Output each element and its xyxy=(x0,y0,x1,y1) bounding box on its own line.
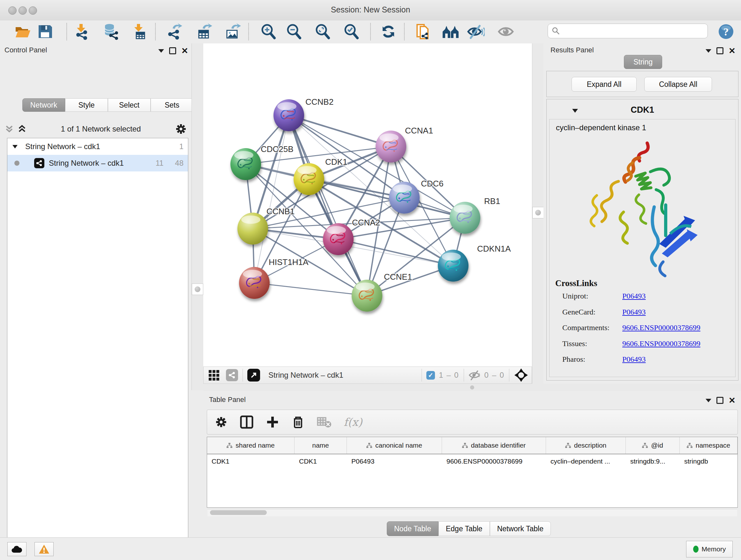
tab-select[interactable]: Select xyxy=(108,98,151,112)
table-cell[interactable]: CDK1 xyxy=(207,454,294,469)
export-image-icon[interactable] xyxy=(223,22,242,41)
table-gear-icon[interactable] xyxy=(215,416,227,428)
network-view-canvas[interactable]: CCNB2CCNA1CDC25BCDK1CDC6RB1CCNB1CCNA2CDK… xyxy=(203,44,532,367)
left-splitter-handle[interactable] xyxy=(192,284,203,295)
network-edge[interactable] xyxy=(338,239,453,266)
toolbar-separator xyxy=(370,23,371,40)
panel-menu-icon[interactable] xyxy=(705,399,711,402)
export-network-icon[interactable] xyxy=(165,22,183,41)
open-session-icon[interactable] xyxy=(13,22,32,41)
import-network-file-icon[interactable] xyxy=(73,22,91,41)
birdseye-icon[interactable] xyxy=(208,369,221,381)
table-cell[interactable]: cyclin–dependent ... xyxy=(546,454,626,469)
panel-float-icon[interactable] xyxy=(717,397,724,404)
zoom-selected-icon[interactable] xyxy=(342,22,360,41)
network-node-rb1[interactable]: RB1 xyxy=(450,196,500,234)
table-row[interactable]: CDK1CDK1P064939606.ENSP00000378699cyclin… xyxy=(207,454,738,469)
crosslink-value-link[interactable]: P06493 xyxy=(622,308,646,316)
detach-view-icon[interactable] xyxy=(247,369,260,381)
network-edge[interactable] xyxy=(289,115,367,296)
zoom-out-icon[interactable] xyxy=(285,22,303,41)
network-node-ccna1[interactable]: CCNA1 xyxy=(376,126,433,163)
scrollbar-thumb[interactable] xyxy=(210,510,267,515)
panel-menu-icon[interactable] xyxy=(158,49,164,53)
column-header--id[interactable]: @id xyxy=(626,437,680,454)
table-cell[interactable]: P06493 xyxy=(347,454,442,469)
panel-close-icon[interactable]: ✕ xyxy=(729,398,736,403)
selected-checkbox-icon[interactable]: ✓ xyxy=(426,371,435,380)
network-node-ccnb1[interactable]: CCNB1 xyxy=(238,206,294,245)
zoom-in-icon[interactable] xyxy=(259,22,278,41)
hide-selected-icon[interactable] xyxy=(467,22,485,41)
network-node-cdkn1a[interactable]: CDKN1A xyxy=(438,244,511,282)
tab-sets[interactable]: Sets xyxy=(151,98,193,112)
crosshair-icon[interactable] xyxy=(514,368,529,382)
first-neighbors-icon[interactable] xyxy=(442,22,460,41)
network-collection-row[interactable]: String Network – cdk1 1 xyxy=(7,138,188,155)
import-network-database-icon[interactable] xyxy=(102,22,120,41)
control-panel-tabs: NetworkStyleSelectSets xyxy=(22,98,193,112)
clone-network-icon[interactable] xyxy=(414,22,432,41)
table-cell[interactable]: CDK1 xyxy=(294,454,347,469)
network-row[interactable]: String Network – cdk1 11 48 xyxy=(7,155,188,172)
right-splitter-handle[interactable] xyxy=(532,207,544,219)
tab-network[interactable]: Network xyxy=(22,98,65,112)
panel-float-icon[interactable] xyxy=(717,47,724,54)
network-node-ccne1[interactable]: CCNE1 xyxy=(352,272,412,312)
results-buttons-box: Expand All Collapse All xyxy=(546,71,738,97)
column-header-name[interactable]: name xyxy=(294,437,347,454)
gear-icon[interactable] xyxy=(175,123,187,135)
column-header-database-identifier[interactable]: database identifier xyxy=(442,437,546,454)
import-table-file-icon[interactable] xyxy=(130,22,149,41)
column-header-shared-name[interactable]: shared name xyxy=(207,437,294,454)
table-cell[interactable]: stringdb xyxy=(680,454,738,469)
panel-close-icon[interactable]: ✕ xyxy=(729,48,736,53)
refresh-icon[interactable] xyxy=(379,22,398,41)
horizontal-splitter[interactable] xyxy=(203,384,741,391)
tab-edge-table[interactable]: Edge Table xyxy=(439,521,490,536)
collapse-all-tree-icon[interactable] xyxy=(17,124,27,134)
memory-button[interactable]: Memory xyxy=(686,541,733,557)
network-node-cdk1[interactable]: CDK1 xyxy=(293,157,347,195)
tab-style[interactable]: Style xyxy=(65,98,108,112)
search-input[interactable] xyxy=(560,26,698,36)
hidden-eye-icon xyxy=(468,370,481,381)
export-table-icon[interactable] xyxy=(195,22,213,41)
collection-count: 1 xyxy=(179,142,184,151)
crosslink-value-link[interactable]: P06493 xyxy=(622,355,646,364)
crosslink-value-link[interactable]: P06493 xyxy=(622,292,646,300)
network-edge[interactable] xyxy=(254,283,367,296)
column-header-canonical-name[interactable]: canonical name xyxy=(347,437,442,454)
table-cell[interactable]: 9606.ENSP00000378699 xyxy=(442,454,546,469)
results-tab-string[interactable]: String xyxy=(624,55,662,69)
column-header-description[interactable]: description xyxy=(546,437,626,454)
network-node-hist1h1a[interactable]: HIST1H1A xyxy=(239,257,309,299)
network-edge[interactable] xyxy=(289,115,391,146)
collapse-all-button[interactable]: Collapse All xyxy=(644,77,712,91)
left-splitter[interactable] xyxy=(192,44,204,390)
right-splitter[interactable] xyxy=(532,44,544,390)
column-header-namespace[interactable]: namespace xyxy=(680,437,738,454)
cloud-button[interactable] xyxy=(7,542,26,556)
crosslink-value-link[interactable]: 9606.ENSP00000378699 xyxy=(622,323,700,332)
table-cell[interactable]: stringdb:9... xyxy=(626,454,680,469)
help-icon[interactable]: ? xyxy=(717,22,735,41)
zoom-fit-icon[interactable] xyxy=(313,22,332,41)
table-horizontal-scrollbar[interactable] xyxy=(207,509,737,516)
select-columns-icon[interactable] xyxy=(240,415,254,429)
warning-button[interactable] xyxy=(35,542,54,556)
save-session-icon[interactable] xyxy=(36,22,54,41)
panel-float-icon[interactable] xyxy=(169,47,176,54)
expand-all-tree-icon[interactable] xyxy=(4,124,14,134)
tab-node-table[interactable]: Node Table xyxy=(387,521,439,536)
search-icon xyxy=(552,27,560,35)
tree-expanded-icon[interactable] xyxy=(12,143,18,150)
panel-menu-icon[interactable] xyxy=(705,49,711,53)
string-panel-icon[interactable] xyxy=(226,369,238,381)
tab-network-table[interactable]: Network Table xyxy=(490,521,551,536)
panel-close-icon[interactable]: ✕ xyxy=(181,48,188,53)
add-column-icon[interactable] xyxy=(266,415,279,429)
crosslink-value-link[interactable]: 9606.ENSP00000378699 xyxy=(622,339,700,348)
delete-column-icon[interactable] xyxy=(291,415,305,429)
expand-all-button[interactable]: Expand All xyxy=(571,77,636,91)
